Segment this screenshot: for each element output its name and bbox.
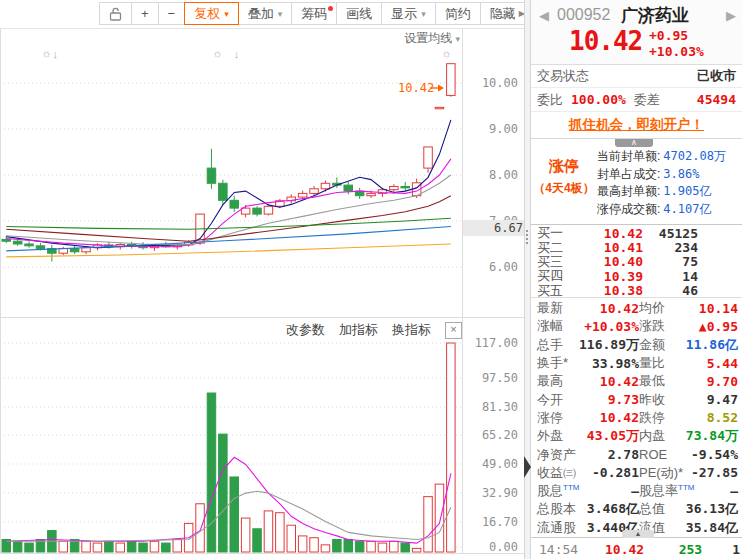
axis-tick-label: 49.00 (462, 457, 518, 471)
prev-stock-arrow-icon[interactable]: ◀ (539, 8, 549, 23)
bid-price: 10.40 (571, 254, 643, 269)
bid-row[interactable]: 买五10.3846 (531, 284, 742, 298)
stat-value: — (694, 484, 738, 499)
axis-tick-label: 97.50 (462, 371, 518, 385)
panel-divider[interactable] (524, 0, 531, 559)
stock-trading-app: +−复权▾叠加▾筹码画线显示▾简约隐藏▶▶ 设置均线 ▾ ☼☼☼↓↓10.42 … (0, 0, 742, 559)
bid-volume: 75 (643, 254, 698, 269)
stat-label: 最新 (537, 299, 563, 317)
candlestick-and-volume-chart[interactable]: ☼☼☼↓↓10.42 (0, 0, 530, 559)
stat-value: 10.14 (665, 301, 738, 316)
weibi-label: 委比 (537, 91, 563, 109)
stat-value: 35.84亿 (665, 519, 738, 537)
quote-panel: ◀ ▶ 000952 广济药业 10.42 +0.95+10.03% 交易状态 … (531, 0, 742, 559)
stat-value: 3.468亿 (576, 500, 639, 518)
trade-status-label: 交易状态 (537, 67, 589, 85)
stat-cell: 昨收9.47 (639, 391, 742, 409)
indicator-links: 改参数 加指标 换指标 × (0, 321, 462, 339)
trade-status-row: 交易状态 已收市 (531, 64, 742, 88)
collapse-limit-box-tab[interactable]: ∧ (615, 139, 653, 147)
toolbar-button-fuquan[interactable]: 复权▾ (184, 2, 239, 25)
latest-price-callout: 10.42 (398, 81, 434, 95)
stat-value: 43.05万 (563, 427, 639, 445)
weicha-value: 45494 (697, 92, 736, 107)
tick-price: 10.42 (578, 542, 644, 557)
stat-cell: 换手*33.98% (531, 354, 639, 372)
stat-label: 金额 (639, 336, 665, 354)
bid-price: 10.41 (571, 240, 643, 255)
stat-row: 涨幅+10.03%涨跌▲0.95 (531, 317, 742, 335)
last-close-tag: 6.67 (463, 220, 525, 236)
stat-label: 流通股 (537, 519, 576, 537)
stat-label: 收益㈢ (537, 464, 576, 482)
stat-cell: 今开9.73 (531, 391, 639, 409)
tick-strip[interactable]: ▲ 14:54 10.42 253 1 (531, 537, 742, 559)
stat-label: 内盘 (639, 427, 665, 445)
limit-info-row: 最高封单额:1.905亿 (597, 183, 740, 201)
stat-value: +10.03% (563, 319, 639, 334)
axis-tick-label: 10.00 (462, 76, 518, 90)
stock-code: 000952 (557, 6, 610, 24)
bid-volume: 45125 (643, 226, 698, 241)
stat-value: 10.42 (563, 374, 639, 389)
limit-info-row: 封单占成交:3.86% (597, 166, 740, 184)
collapse-ticker-tab[interactable]: ▲ (622, 530, 654, 538)
stat-label: 换手* (537, 354, 568, 372)
stat-label: 涨跌 (639, 317, 665, 335)
stat-label: 最高 (537, 372, 563, 390)
axis-tick-label: 8.00 (462, 168, 518, 182)
stat-cell: 流值35.84亿 (639, 519, 742, 537)
limit-up-tag: 涨停 （4天4板） (531, 157, 597, 197)
bid-price: 10.39 (571, 269, 643, 284)
stat-cell: PE(动)*-27.85 (639, 464, 742, 482)
limit-info-label: 封单占成交: (597, 166, 660, 183)
limit-info-value: 4.107亿 (663, 201, 711, 218)
stat-value: 36.13亿 (665, 500, 738, 518)
weibi-value: 100.00% (571, 92, 626, 107)
bid-price: 10.42 (571, 226, 643, 241)
tick-time: 14:54 (539, 542, 578, 557)
trade-status-value: 已收市 (697, 67, 736, 85)
expand-panel-arrow-icon[interactable] (524, 456, 531, 478)
weicha-label: 委差 (634, 91, 660, 109)
tick-volume: 253 (644, 542, 702, 557)
stat-cell: 总手116.89万 (531, 336, 639, 354)
add-indicator-link[interactable]: 加指标 (339, 321, 378, 339)
stat-row: 涨停10.42跌停8.52 (531, 409, 742, 427)
stat-cell: 净资产2.78 (531, 446, 639, 464)
stat-cell: 金额11.86亿 (639, 336, 742, 354)
stat-value: — (579, 484, 639, 499)
stat-cell: 总值36.13亿 (639, 500, 742, 518)
stock-name: 广济药业 (621, 4, 689, 27)
stat-label: 跌停 (639, 409, 665, 427)
open-account-ad-row: 抓住机会，即刻开户！ (531, 112, 742, 139)
next-stock-arrow-icon[interactable]: ▶ (726, 8, 736, 23)
ex-rights-sun-icon: ☼ (212, 47, 222, 59)
stat-label: 最低 (639, 372, 665, 390)
bid-label: 买五 (537, 282, 571, 300)
open-account-link[interactable]: 抓住机会，即刻开户！ (569, 116, 704, 134)
stats-grid: 最新10.42均价10.14涨幅+10.03%涨跌▲0.95总手116.89万金… (531, 299, 742, 537)
stat-row: 外盘43.05万内盘73.84万 (531, 427, 742, 445)
chevron-down-icon: ▾ (224, 9, 229, 19)
stat-value: 73.84万 (665, 427, 738, 445)
limit-info-value: 3.86% (663, 167, 699, 181)
stat-label: 总值 (639, 500, 665, 518)
bid-levels: 买一10.4245125买二10.41234买三10.4075买四10.3914… (531, 224, 742, 298)
stat-row: 今开9.73昨收9.47 (531, 390, 742, 408)
stat-value: 9.70 (665, 374, 738, 389)
change-params-link[interactable]: 改参数 (286, 321, 325, 339)
limit-info-label: 涨停成交额: (597, 201, 660, 218)
axis-tick-label: 0.00 (462, 540, 518, 554)
switch-indicator-link[interactable]: 换指标 (392, 321, 431, 339)
stat-label: 昨收 (639, 391, 665, 409)
tick-extra: 1 (702, 542, 740, 557)
drag-handle-icon (526, 228, 529, 246)
stat-label: 今开 (537, 391, 563, 409)
stat-row: 净资产2.78ROE-9.54% (531, 445, 742, 463)
stat-cell: 收益㈢-0.281 (531, 464, 639, 482)
stat-label: 总股本 (537, 500, 576, 518)
stat-cell: 外盘43.05万 (531, 427, 639, 445)
close-indicator-icon[interactable]: × (445, 322, 462, 339)
toolbar-button-label: 复权 (194, 5, 220, 23)
